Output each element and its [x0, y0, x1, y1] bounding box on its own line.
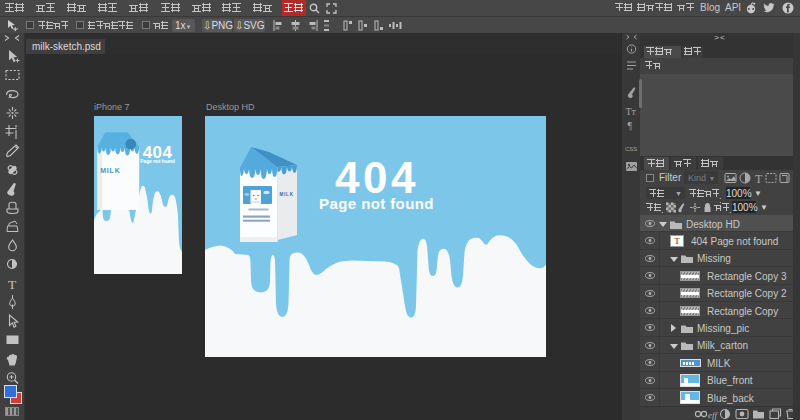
svg-text:eff: eff — [708, 410, 718, 420]
svg-text:Tт: Tт — [626, 106, 637, 117]
svg-text:¶: ¶ — [628, 120, 633, 131]
svg-text:MILK: MILK — [100, 167, 120, 174]
svg-text:CSS: CSS — [625, 146, 637, 152]
svg-text:MILK: MILK — [280, 192, 294, 197]
svg-text:Page not found: Page not found — [319, 195, 434, 212]
svg-text:Page not found: Page not found — [140, 158, 174, 164]
svg-text:T: T — [755, 172, 763, 184]
svg-text:T: T — [8, 277, 17, 292]
